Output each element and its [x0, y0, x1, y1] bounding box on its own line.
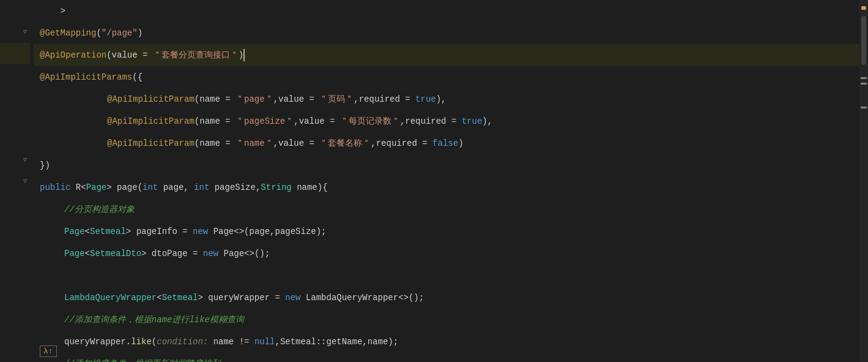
code-token: null — [254, 337, 275, 347]
scrollbar-thumb[interactable] — [861, 16, 866, 65]
code-token: < — [157, 293, 161, 303]
code-token: ) — [458, 138, 463, 148]
code-line-4: @ApiImplicitParams({ — [34, 66, 859, 88]
code-line-8: }) — [34, 154, 859, 176]
code-line-16: queryWrapper.like(condition: name != nul… — [34, 331, 859, 353]
code-token: int — [194, 183, 209, 192]
code-line-2: @GetMapping("/page") — [34, 22, 859, 44]
gutter-row — [0, 213, 30, 235]
code-token: true — [462, 116, 483, 126]
gutter-row: ▽ — [0, 149, 30, 170]
fold-icon[interactable]: ▽ — [21, 178, 29, 185]
code-token: > pageInfo = — [126, 227, 193, 236]
code-line-15: //添加查询条件，根据name进行like模糊查询 — [34, 309, 859, 331]
gutter-row — [0, 64, 30, 85]
code-token: String — [261, 183, 291, 192]
code-token: int — [143, 183, 158, 192]
code-line-14: LambdaQueryWrapper<Setmeal> queryWrapper… — [34, 287, 859, 309]
gutter-row — [0, 298, 30, 320]
gutter-row — [0, 128, 30, 149]
code-token: LambdaQueryWrapper — [64, 293, 157, 303]
code-line-5: @ApiImplicitParam(name = ＂page＂,value = … — [34, 88, 859, 110]
code-token: Page — [86, 183, 107, 192]
code-token: ＂page＂ — [236, 94, 273, 105]
code-token: condition: — [157, 337, 208, 347]
eq-mark — [861, 77, 867, 79]
code-token: ,required = — [354, 94, 415, 104]
code-token: > queryWrapper = — [198, 293, 285, 303]
code-token: pageSize, — [209, 183, 261, 192]
gutter-row — [0, 341, 30, 362]
scrollbar-decorations — [861, 77, 867, 108]
code-token: public — [40, 183, 70, 192]
code-token: < — [85, 227, 90, 236]
code-line-11: Page<Setmeal> pageInfo = new Page<>(page… — [34, 221, 859, 243]
code-token: ＂页码＂ — [319, 94, 354, 105]
fold-icon[interactable]: ▽ — [21, 156, 29, 164]
editor-container: ▽ ▽ ▽ — [0, 0, 868, 362]
eq-mark — [861, 107, 867, 108]
code-line-3: @ApiOperation(value = ＂套餐分页查询接口＂) — [34, 44, 859, 66]
eq-mark — [861, 83, 867, 85]
code-token: ({ — [132, 72, 143, 82]
code-token: ,value = — [273, 138, 320, 148]
gutter-row — [0, 319, 30, 341]
code-token: name){ — [292, 183, 328, 192]
code-token: like — [131, 337, 152, 347]
code-token: new — [285, 293, 300, 303]
code-line-1: > — [34, 0, 859, 22]
code-token: LambdaQueryWrapper<>(); — [301, 293, 425, 303]
code-token: (name = — [195, 138, 236, 148]
code-token: @ApiImplicitParams — [40, 72, 132, 82]
gutter-row — [0, 255, 30, 277]
code-token: @ApiOperation — [40, 50, 106, 60]
gutter-row — [0, 107, 30, 128]
code-token: true — [415, 94, 436, 104]
code-token: ＂pageSize＂ — [236, 116, 294, 127]
gutter-row — [0, 85, 30, 107]
code-token: page, — [158, 183, 194, 192]
code-token: @ApiImplicitParam — [107, 138, 195, 148]
code-line-9: public R<Page> page(int page, int pageSi… — [34, 176, 859, 198]
gutter-row — [0, 192, 30, 213]
code-token: queryWrapper. — [64, 337, 131, 347]
code-token: @ApiImplicitParam — [107, 94, 195, 104]
code-token: //添加查询条件，根据name进行like模糊查询 — [64, 314, 244, 325]
text-cursor — [243, 49, 245, 61]
code-line-17: //添加排序条件，根据更新时间降序排列 — [34, 353, 859, 362]
gutter-row: ▽ — [0, 170, 30, 192]
code-line-10: //分页构造器对象 — [34, 198, 859, 221]
code-line-13 — [34, 265, 859, 287]
code-token: ) — [138, 28, 143, 38]
code-token: false — [432, 138, 458, 148]
gutter-row — [0, 277, 30, 298]
code-token: > dtoPage = — [141, 249, 203, 258]
code-token: ), — [482, 116, 492, 126]
fold-icon[interactable]: ▽ — [21, 28, 29, 36]
code-token: Page<>(page,pageSize); — [208, 227, 326, 236]
code-token: Page — [64, 249, 85, 258]
code-token: ＂套餐分页查询接口＂ — [153, 50, 239, 61]
code-token: "/page" — [102, 28, 138, 38]
lambda-icon: λ↑ — [40, 345, 57, 357]
code-token: @ApiImplicitParam — [107, 116, 195, 126]
code-token: < — [85, 249, 90, 258]
code-line-12: Page<SetmealDto> dtoPage = new Page<>(); — [34, 243, 859, 265]
code-token: ) — [239, 50, 243, 60]
line-gutter: ▽ ▽ ▽ — [0, 0, 34, 362]
code-area: > @GetMapping("/page") @ApiOperation(val… — [34, 0, 859, 362]
code-line-7: @ApiImplicitParam(name = ＂name＂,value = … — [34, 132, 859, 154]
gutter-row — [0, 0, 30, 21]
code-token: ,required = — [400, 116, 462, 126]
code-token: //分页构造器对象 — [64, 204, 135, 215]
gutter-row: ▽ — [0, 21, 30, 43]
code-token: ( — [96, 28, 101, 38]
code-token: Setmeal — [162, 293, 198, 303]
scrollbar[interactable] — [859, 0, 868, 362]
scrollbar-marker-annotation — [861, 6, 866, 10]
code-token: Page<>(); — [218, 249, 270, 258]
code-token: R< — [70, 183, 86, 192]
code-token: ＂每页记录数＂ — [340, 116, 400, 127]
code-token: ,required = — [371, 138, 432, 148]
code-token: //添加排序条件，根据更新时间降序排列 — [64, 358, 220, 362]
